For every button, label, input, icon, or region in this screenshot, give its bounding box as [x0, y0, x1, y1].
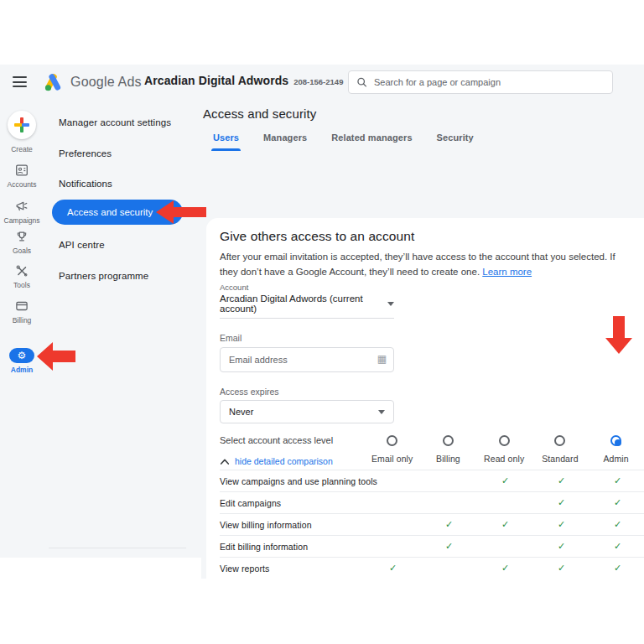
- rail-item-billing[interactable]: Billing: [0, 299, 44, 325]
- red-arrow-admin-radio: [605, 316, 632, 354]
- tab-bar: Users Managers Related managers Security: [203, 127, 644, 151]
- check-cell: ✓: [533, 475, 589, 486]
- sidebar-item-partners-programme[interactable]: Partners programme: [59, 271, 148, 281]
- radio-icon[interactable]: [387, 435, 397, 446]
- check-cell: ✓: [589, 475, 644, 486]
- tools-icon: [14, 263, 29, 278]
- access-level-read-only[interactable]: Read only: [476, 434, 532, 466]
- table-row: Edit billing information ✓ ✓ ✓: [220, 535, 644, 557]
- google-ads-app: Google Ads Arcadian Digital Adwords 208-…: [0, 65, 644, 579]
- account-select[interactable]: Arcadian Digital Adwords (current accoun…: [220, 292, 394, 319]
- main-content: Access and security Users Managers Relat…: [201, 101, 644, 579]
- access-expires-select[interactable]: Never: [220, 400, 394, 423]
- rail-label-campaigns: Campaigns: [0, 216, 44, 225]
- rail-label-tools: Tools: [0, 281, 44, 289]
- caret-down-icon: [378, 410, 385, 414]
- permissions-table: View campaigns and use planning tools ✓ …: [220, 470, 644, 579]
- section-heading: Give others access to an account: [220, 229, 644, 244]
- access-level-admin[interactable]: Admin: [588, 434, 644, 466]
- access-expires-value: Never: [229, 407, 253, 417]
- access-level-name: Billing: [420, 454, 476, 464]
- check-cell: ✓: [365, 563, 421, 574]
- hide-comparison-label: hide detailed comparison: [235, 456, 333, 466]
- learn-more-link[interactable]: Learn more: [482, 267, 532, 277]
- check-cell: ✓: [589, 541, 644, 552]
- admin-sidebar: Manager account settings Preferences Not…: [44, 101, 201, 558]
- check-cell: ✓: [589, 563, 644, 574]
- check-cell: ✓: [589, 519, 644, 530]
- caret-down-icon: [387, 302, 394, 306]
- permission-label: View billing information: [220, 520, 365, 530]
- account-name: Arcadian Digital Adwords: [144, 74, 288, 87]
- access-level-row: Select account access level hide detaile…: [220, 434, 644, 466]
- check-cell: ✓: [533, 541, 589, 552]
- search-box[interactable]: [348, 70, 613, 94]
- product-name: Google Ads: [70, 75, 142, 90]
- rail-label-goals: Goals: [0, 247, 44, 255]
- check-cell: ✓: [421, 541, 477, 552]
- contacts-icon[interactable]: ▦: [377, 354, 387, 364]
- rail-label-create: Create: [0, 145, 44, 153]
- access-level-billing[interactable]: Billing: [420, 434, 476, 466]
- email-field-label: Email: [220, 333, 644, 343]
- tab-related-managers[interactable]: Related managers: [330, 127, 413, 151]
- rail-item-accounts[interactable]: Accounts: [0, 163, 44, 189]
- check-cell: ✓: [421, 519, 477, 530]
- access-level-left: Select account access level hide detaile…: [220, 434, 364, 466]
- content-card: Give others access to an account After y…: [206, 218, 644, 579]
- sidebar-item-preferences[interactable]: Preferences: [59, 148, 112, 158]
- access-level-email-only[interactable]: Email only: [364, 434, 420, 466]
- rail-item-goals[interactable]: Goals: [0, 229, 44, 255]
- radio-icon[interactable]: [443, 435, 454, 446]
- navigation-rail: Create Accounts Campa: [0, 101, 44, 558]
- rail-item-campaigns[interactable]: Campaigns: [0, 199, 44, 225]
- rail-item-create[interactable]: Create: [0, 111, 44, 153]
- account-field-label: Account: [220, 283, 644, 292]
- account-select-value: Arcadian Digital Adwords (current accoun…: [220, 293, 382, 314]
- sidebar-item-api-centre[interactable]: API centre: [59, 240, 105, 250]
- search-input[interactable]: [374, 77, 605, 87]
- rail-label-billing: Billing: [0, 316, 44, 325]
- gear-icon: ⚙: [9, 348, 34, 363]
- table-row: Edit campaigns ✓ ✓: [220, 491, 644, 513]
- billing-icon: [14, 299, 29, 314]
- hide-comparison-toggle[interactable]: hide detailed comparison: [220, 456, 364, 466]
- expires-field-label: Access expires: [220, 387, 644, 397]
- red-arrow-rail-admin: [37, 342, 75, 371]
- google-ads-logo: Google Ads: [42, 71, 142, 93]
- radio-icon[interactable]: [554, 435, 565, 446]
- sidebar-divider: [49, 548, 186, 548]
- create-plus-icon: [8, 111, 36, 139]
- check-cell: ✓: [533, 519, 589, 530]
- permission-label: Edit billing information: [220, 542, 365, 552]
- menu-icon[interactable]: [13, 76, 27, 88]
- email-field-wrap: ▦: [220, 347, 394, 372]
- check-cell: ✓: [533, 563, 589, 574]
- accounts-icon: [14, 163, 29, 178]
- red-arrow-sidebar-access-security: [156, 200, 206, 224]
- access-level-name: Admin: [588, 454, 644, 464]
- rail-item-tools[interactable]: Tools: [0, 263, 44, 289]
- description-text: After your email invitation is accepted,…: [220, 252, 615, 277]
- screenshot-canvas: Google Ads Arcadian Digital Adwords 208-…: [0, 0, 644, 644]
- account-switcher[interactable]: Arcadian Digital Adwords 208-156-2149: [144, 74, 355, 87]
- goals-icon: [14, 229, 29, 244]
- sidebar-item-notifications[interactable]: Notifications: [59, 179, 112, 189]
- topbar: Google Ads Arcadian Digital Adwords 208-…: [0, 65, 644, 101]
- tab-managers[interactable]: Managers: [262, 127, 309, 151]
- radio-icon[interactable]: [499, 435, 510, 446]
- permission-label: View campaigns and use planning tools: [220, 476, 365, 486]
- access-level-standard[interactable]: Standard: [532, 434, 589, 466]
- permission-label: Edit campaigns: [220, 498, 365, 508]
- email-input[interactable]: [220, 347, 394, 372]
- sidebar-item-manager-account-settings[interactable]: Manager account settings: [59, 117, 171, 127]
- radio-selected-icon[interactable]: [610, 435, 621, 446]
- tab-security[interactable]: Security: [435, 127, 475, 151]
- table-row: View campaigns and use planning tools ✓ …: [220, 470, 644, 491]
- account-id: 208-156-2149: [293, 77, 343, 86]
- page-header: Access and security Users Managers Relat…: [201, 101, 644, 151]
- chevron-up-icon: [220, 458, 230, 465]
- check-cell: ✓: [533, 497, 589, 508]
- table-row: View reports ✓ ✓ ✓ ✓: [220, 557, 644, 579]
- tab-users[interactable]: Users: [211, 127, 241, 151]
